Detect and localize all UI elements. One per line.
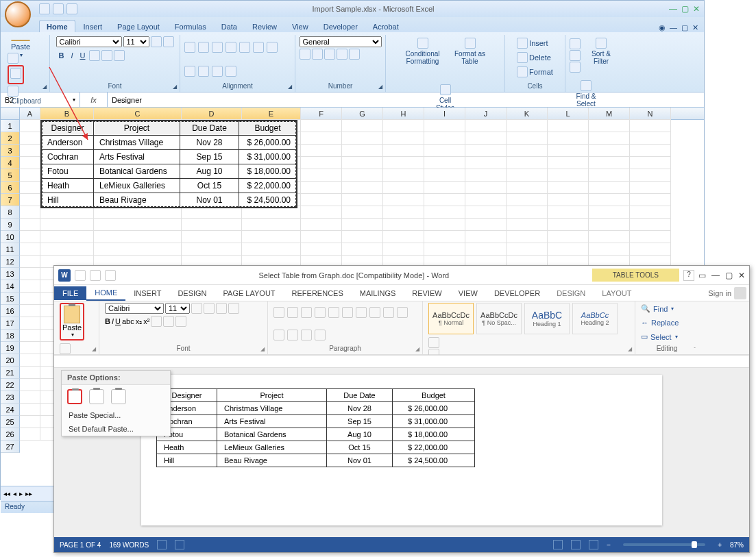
- sign-in-link[interactable]: Sign in: [708, 287, 749, 299]
- dialog-launcher-icon[interactable]: ◢: [92, 346, 96, 352]
- fill-color-icon[interactable]: [101, 50, 112, 61]
- style-heading2[interactable]: AaBbCcHeading 2: [572, 303, 618, 334]
- ribbon-options-icon[interactable]: ▭: [698, 271, 706, 280]
- change-case-icon[interactable]: [216, 303, 227, 314]
- spelling-icon[interactable]: [157, 540, 167, 549]
- minimize-icon[interactable]: —: [669, 4, 677, 14]
- underline-button[interactable]: U: [77, 49, 88, 62]
- match-destination-formatting-icon[interactable]: [89, 389, 104, 404]
- dialog-launcher-icon[interactable]: ◢: [173, 84, 177, 90]
- cut-icon[interactable]: [60, 343, 71, 354]
- keep-source-formatting-icon[interactable]: [67, 389, 82, 404]
- ribbon-tab-developer[interactable]: DEVELOPER: [486, 286, 548, 300]
- style-heading1[interactable]: AaBbCHeading 1: [524, 303, 570, 334]
- row-header-4[interactable]: 4: [1, 157, 20, 169]
- undo-icon[interactable]: [90, 270, 101, 281]
- row-header-16[interactable]: 16: [1, 305, 20, 317]
- paste-special-item[interactable]: Paste Special...: [62, 408, 170, 422]
- ribbon-tab-insert[interactable]: INSERT: [125, 286, 169, 300]
- dialog-launcher-icon[interactable]: ◢: [288, 84, 292, 90]
- selected-range[interactable]: DesignerProjectDue DateBudgetAndersonChr…: [40, 120, 297, 208]
- zoom-out-button[interactable]: −: [607, 541, 611, 549]
- set-default-paste-item[interactable]: Set Default Paste...: [62, 422, 170, 436]
- dialog-launcher-icon[interactable]: ◢: [378, 84, 382, 90]
- style-no-spacing[interactable]: AaBbCcDc¶ No Spac...: [476, 303, 522, 334]
- row-header-22[interactable]: 22: [1, 379, 20, 391]
- format-cells-button[interactable]: Format: [514, 65, 556, 79]
- row-header-24[interactable]: 24: [1, 404, 20, 416]
- row-header-25[interactable]: 25: [1, 416, 20, 428]
- restore-icon[interactable]: ▢: [725, 271, 733, 280]
- print-layout-icon[interactable]: [571, 540, 581, 549]
- increase-indent-icon[interactable]: [212, 66, 223, 77]
- keep-text-only-icon[interactable]: [111, 389, 126, 404]
- sort-filter-button[interactable]: Sort & Filter: [585, 36, 618, 75]
- select-button[interactable]: ▭Select▾: [641, 331, 678, 343]
- align-center-icon[interactable]: [383, 307, 394, 318]
- increase-font-icon[interactable]: [191, 303, 202, 314]
- dialog-launcher-icon[interactable]: ◢: [42, 84, 47, 90]
- undo-icon[interactable]: [53, 3, 64, 14]
- row-header-6[interactable]: 6: [1, 182, 20, 194]
- decrease-font-icon[interactable]: [204, 303, 215, 314]
- row-header-3[interactable]: 3: [1, 145, 20, 157]
- row-header-7[interactable]: 7: [1, 194, 20, 206]
- row-header-12[interactable]: 12: [1, 256, 20, 268]
- zoom-value[interactable]: 87%: [730, 541, 744, 549]
- format-painter-icon[interactable]: [8, 86, 19, 97]
- replace-button[interactable]: ↔Replace: [641, 317, 679, 328]
- pasted-table[interactable]: DesignerProjectDue DateBudgetAndersonChr…: [156, 388, 475, 467]
- ribbon-tab-home[interactable]: HOME: [86, 286, 125, 301]
- italic-button[interactable]: I: [68, 49, 75, 62]
- decrease-indent-icon[interactable]: [315, 307, 326, 318]
- bold-button[interactable]: B: [105, 317, 110, 325]
- context-tab-design[interactable]: DESIGN: [548, 286, 594, 300]
- minimize-document-icon[interactable]: —: [670, 23, 677, 32]
- ribbon-tab-page-layout[interactable]: Page Layout: [110, 21, 167, 32]
- styles-scroll-up-icon[interactable]: [428, 337, 439, 348]
- restore-document-icon[interactable]: ▢: [681, 23, 688, 32]
- ribbon-tab-design[interactable]: DESIGN: [169, 286, 215, 300]
- merge-center-icon[interactable]: [225, 66, 236, 77]
- clear-icon[interactable]: [570, 62, 581, 73]
- redo-icon[interactable]: [66, 3, 77, 14]
- align-bottom-icon[interactable]: [212, 42, 223, 53]
- align-middle-icon[interactable]: [198, 42, 209, 53]
- underline-button[interactable]: U: [115, 317, 121, 325]
- close-icon[interactable]: ✕: [738, 271, 745, 280]
- ribbon-tab-references[interactable]: REFERENCES: [284, 286, 352, 300]
- show-marks-icon[interactable]: [356, 307, 367, 318]
- line-spacing-icon[interactable]: [287, 330, 298, 341]
- ribbon-tab-view[interactable]: VIEW: [450, 286, 486, 300]
- insert-cells-button[interactable]: Insert: [514, 36, 551, 50]
- format-as-table-button[interactable]: Format as Table: [450, 36, 490, 77]
- number-format-select[interactable]: General: [300, 36, 382, 47]
- page-indicator[interactable]: PAGE 1 OF 4: [60, 541, 101, 549]
- comma-icon[interactable]: [324, 49, 335, 60]
- dialog-launcher-icon[interactable]: ◢: [415, 346, 419, 352]
- clear-formatting-icon[interactable]: [228, 303, 239, 314]
- increase-indent-icon[interactable]: [328, 307, 339, 318]
- row-header-9[interactable]: 9: [1, 219, 20, 231]
- redo-icon[interactable]: [105, 270, 116, 281]
- row-header-20[interactable]: 20: [1, 354, 20, 367]
- percent-icon[interactable]: [312, 49, 323, 60]
- superscript-button[interactable]: x²: [143, 317, 149, 325]
- save-icon[interactable]: [75, 270, 86, 281]
- cut-icon[interactable]: [8, 53, 19, 64]
- word-count[interactable]: 169 WORDS: [109, 541, 149, 549]
- row-header-14[interactable]: 14: [1, 280, 20, 293]
- multilevel-icon[interactable]: [301, 307, 312, 318]
- shading-icon[interactable]: [301, 330, 312, 341]
- numbering-icon[interactable]: [287, 307, 298, 318]
- row-header-23[interactable]: 23: [1, 391, 20, 404]
- font-color-icon[interactable]: [175, 316, 186, 327]
- decrease-decimal-icon[interactable]: [349, 49, 360, 60]
- paste-button[interactable]: Paste ▾: [60, 303, 84, 341]
- context-tab-layout[interactable]: LAYOUT: [594, 286, 639, 300]
- bold-button[interactable]: B: [56, 49, 67, 62]
- row-header-11[interactable]: 11: [1, 243, 20, 256]
- highlight-icon[interactable]: [163, 316, 174, 327]
- row-header-1[interactable]: 1: [1, 120, 20, 132]
- font-name-select[interactable]: Calibri: [105, 303, 164, 314]
